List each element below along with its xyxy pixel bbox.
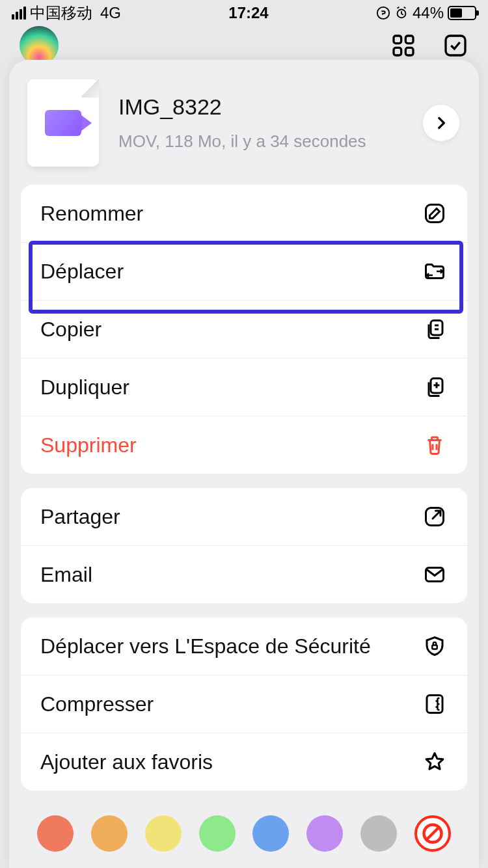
delete-action[interactable]: Supprimer	[21, 416, 467, 474]
color-tag-purple[interactable]	[306, 815, 343, 852]
action-sheet: IMG_8322 MOV, 118 Mo, il y a 34 secondes…	[9, 60, 479, 868]
svg-rect-5	[405, 47, 413, 55]
svg-rect-8	[431, 321, 442, 336]
action-label: Ajouter aux favoris	[40, 750, 213, 774]
file-name: IMG_8322	[118, 94, 423, 120]
action-label: Partager	[40, 505, 120, 529]
battery-pct: 44%	[413, 4, 444, 22]
color-tag-yellow[interactable]	[145, 815, 182, 852]
status-left: 中国移动 4G	[12, 3, 121, 23]
action-label: Déplacer vers L'Espace de Sécurité	[40, 634, 371, 658]
copy-action[interactable]: Copier	[21, 301, 467, 359]
trash-icon	[422, 432, 448, 458]
file-details-button[interactable]	[423, 105, 459, 141]
action-label: Déplacer	[40, 260, 124, 284]
action-group-share: Partager Email	[21, 488, 467, 603]
file-meta: MOV, 118 Mo, il y a 34 secondes	[118, 131, 423, 152]
move-folder-icon	[422, 258, 448, 284]
share-icon	[422, 504, 448, 530]
avatar[interactable]	[20, 26, 59, 65]
secure-space-action[interactable]: Déplacer vers L'Espace de Sécurité	[21, 617, 467, 675]
carrier-label: 中国移动	[30, 3, 92, 23]
color-tags-row	[9, 805, 479, 865]
svg-rect-13	[427, 696, 442, 713]
svg-rect-4	[394, 47, 401, 55]
action-label: Supprimer	[40, 433, 137, 457]
network-label: 4G	[100, 4, 121, 22]
archive-icon	[422, 691, 448, 717]
chevron-right-icon	[433, 115, 450, 131]
alarm-icon	[394, 6, 409, 20]
color-tag-clear[interactable]	[414, 815, 451, 852]
orientation-lock-icon	[376, 6, 390, 20]
favorite-action[interactable]: Ajouter aux favoris	[21, 733, 467, 791]
duplicate-action[interactable]: Dupliquer	[21, 359, 467, 416]
select-icon[interactable]	[442, 33, 468, 59]
action-label: Compresser	[40, 692, 154, 716]
svg-rect-6	[446, 36, 465, 55]
signal-icon	[12, 7, 26, 20]
action-group-more: Déplacer vers L'Espace de Sécurité Compr…	[21, 617, 467, 791]
svg-rect-7	[426, 205, 444, 223]
copy-icon	[422, 316, 448, 342]
color-tag-green[interactable]	[199, 815, 236, 852]
action-group-file: Renommer Déplacer Copier Dupliquer Suppr…	[21, 185, 467, 474]
action-label: Copier	[40, 318, 102, 342]
duplicate-icon	[422, 374, 448, 400]
battery-icon	[448, 6, 476, 20]
mail-icon	[422, 562, 448, 588]
star-icon	[422, 749, 448, 775]
file-thumbnail	[27, 79, 99, 167]
clock: 17:24	[228, 4, 268, 22]
grid-view-icon[interactable]	[390, 33, 416, 59]
share-action[interactable]: Partager	[21, 488, 467, 546]
status-bar: 中国移动 4G 17:24 44%	[0, 0, 488, 26]
svg-rect-2	[394, 36, 401, 44]
color-tag-gray[interactable]	[360, 815, 397, 852]
move-action[interactable]: Déplacer	[21, 243, 467, 301]
action-label: Dupliquer	[40, 375, 129, 400]
color-tag-red[interactable]	[37, 815, 74, 852]
rename-action[interactable]: Renommer	[21, 185, 467, 243]
top-nav	[0, 26, 488, 65]
edit-icon	[422, 200, 448, 226]
svg-rect-12	[432, 645, 437, 649]
status-right: 44%	[376, 4, 476, 22]
color-tag-orange[interactable]	[91, 815, 128, 852]
action-label: Email	[40, 563, 92, 587]
lock-shield-icon	[422, 633, 448, 659]
action-label: Renommer	[40, 202, 143, 226]
svg-rect-3	[405, 36, 413, 44]
color-tag-blue[interactable]	[252, 815, 289, 852]
file-header: IMG_8322 MOV, 118 Mo, il y a 34 secondes	[9, 79, 479, 185]
compress-action[interactable]: Compresser	[21, 675, 467, 733]
email-action[interactable]: Email	[21, 546, 467, 603]
video-icon	[45, 110, 81, 136]
